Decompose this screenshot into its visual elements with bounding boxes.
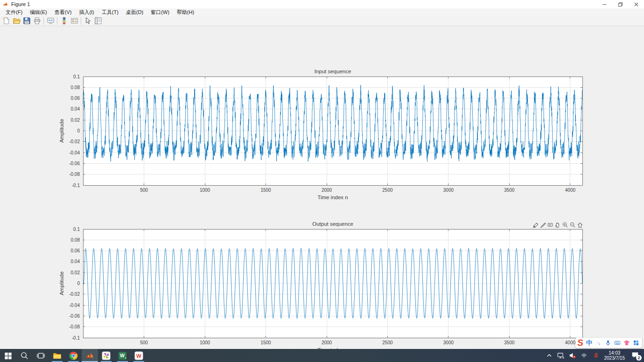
toolbar-button-insert-colorbar[interactable] — [59, 16, 69, 25]
matlab-icon — [85, 351, 94, 360]
link-plot-icon — [47, 17, 55, 25]
svg-text:-0.1: -0.1 — [72, 335, 80, 341]
wps-office-icon: W — [134, 351, 143, 360]
svg-text:0.1: 0.1 — [73, 74, 80, 79]
tray-icon-hidden-icons-chevron[interactable] — [545, 351, 553, 360]
svg-text:3000: 3000 — [443, 340, 454, 345]
taskbar-start-button[interactable] — [0, 349, 16, 362]
input-sequence-plot[interactable]: 5001000150020002500300035004000-0.1-0.08… — [56, 67, 597, 212]
svg-text:-0.02: -0.02 — [69, 292, 80, 297]
plot-title: Input sequence — [315, 69, 351, 74]
svg-text:0.02: 0.02 — [71, 118, 80, 123]
taskbar-app-file-explorer[interactable] — [49, 349, 65, 362]
axes-toolbar-restore-view[interactable] — [576, 221, 583, 229]
toolbar-button-new-document[interactable] — [1, 16, 11, 25]
ime-tool-punctuation[interactable]: ·, — [595, 340, 602, 347]
menu-item-d[interactable]: 桌面(D) — [122, 8, 147, 16]
axes-toolbar — [532, 221, 583, 229]
axes-toolbar-data-tips[interactable] — [546, 221, 553, 229]
axes-toolbar-export[interactable] — [532, 221, 539, 229]
svg-text:3000: 3000 — [443, 188, 454, 193]
axes-toolbar-zoom-out[interactable] — [569, 221, 576, 229]
svg-text:W: W — [120, 353, 125, 358]
figure-canvas: 5001000150020002500300035004000-0.1-0.08… — [0, 26, 644, 349]
svg-text:1500: 1500 — [260, 340, 271, 345]
taskbar-app-matlab[interactable] — [82, 349, 98, 362]
ime-tool-toolbox[interactable] — [632, 340, 639, 347]
menu-item-e[interactable]: 编辑(E) — [26, 8, 51, 16]
toolbar-separator — [57, 17, 57, 25]
toolbar-button-open-file[interactable] — [11, 16, 21, 25]
svg-text:500: 500 — [140, 188, 148, 193]
svg-text:0.06: 0.06 — [71, 96, 80, 101]
ime-tool-skin[interactable] — [623, 340, 630, 347]
ime-language-button[interactable]: 中 — [586, 339, 592, 347]
taskbar-task-view-button[interactable] — [33, 349, 49, 362]
input-chart[interactable]: 5001000150020002500300035004000-0.1-0.08… — [56, 67, 597, 212]
axes-toolbar-pan[interactable] — [554, 221, 561, 229]
clock-time: 14:03 — [604, 350, 625, 355]
minimize-button[interactable] — [596, 0, 612, 8]
window-titlebar: Figure 1 — [0, 0, 644, 8]
tray-icon-display-network[interactable] — [557, 351, 565, 360]
taskbar-apps: WsW — [0, 349, 147, 362]
hidden-icons-chevron-icon — [546, 352, 553, 359]
notification-center-button[interactable]: 2 — [629, 350, 641, 361]
insert-colorbar-icon — [60, 17, 68, 25]
toolbar-separator — [43, 17, 44, 25]
y-axis-label: Amplitude — [59, 272, 64, 295]
axes-toolbar-brush-data[interactable] — [539, 221, 546, 229]
taskbar-app-pinwheel-app[interactable] — [98, 349, 114, 362]
taskbar-app-wps-office[interactable]: W — [131, 349, 147, 362]
toolbar-button-edit-plot[interactable] — [83, 16, 93, 25]
toolbar-button-link-plot[interactable] — [45, 16, 56, 25]
svg-text:3500: 3500 — [504, 340, 515, 345]
svg-text:0: 0 — [77, 128, 80, 133]
svg-text:4000: 4000 — [565, 340, 576, 345]
plot-title: Output sequence — [312, 221, 353, 227]
svg-text:0.02: 0.02 — [71, 270, 80, 275]
skin-icon — [623, 340, 630, 346]
menu-bar: 文件(F)编辑(E)查看(V)插入(I)工具(T)桌面(D)窗口(W)帮助(H) — [0, 8, 644, 16]
taskbar-app-green-w-app[interactable]: Ws — [114, 349, 131, 362]
toolbar-button-save-figure[interactable] — [21, 16, 32, 25]
file-explorer-icon — [53, 351, 62, 360]
chrome-icon — [69, 351, 78, 360]
menu-item-h[interactable]: 帮助(H) — [173, 8, 198, 16]
restore-button[interactable] — [612, 0, 628, 8]
tray-icon-volume-muted[interactable] — [568, 351, 577, 360]
svg-text:-0.1: -0.1 — [72, 183, 80, 188]
menu-item-t[interactable]: 工具(T) — [98, 8, 122, 16]
menu-item-i[interactable]: 插入(I) — [75, 8, 98, 16]
ime-tool-keyboard[interactable] — [614, 340, 621, 347]
green-w-app-icon: Ws — [118, 351, 127, 360]
data-tips-icon — [547, 222, 553, 228]
close-button[interactable] — [628, 0, 644, 8]
menu-item-w[interactable]: 窗口(W) — [147, 8, 173, 16]
output-chart[interactable]: 5001000150020002500300035004000-0.1-0.08… — [56, 220, 597, 362]
toolbar-button-print-figure[interactable] — [32, 16, 42, 25]
svg-text:-0.08: -0.08 — [69, 172, 80, 177]
svg-text:3500: 3500 — [504, 188, 515, 193]
tray-icon-ime-language[interactable]: 中 — [580, 351, 588, 360]
toolbar-button-property-inspector[interactable] — [93, 16, 103, 25]
window-title: Figure 1 — [11, 1, 30, 7]
taskbar-clock[interactable]: 14:03 2023/7/15 — [603, 350, 626, 361]
ime-toolbar: S 中 ·, — [575, 338, 642, 348]
print-figure-icon — [33, 17, 41, 25]
svg-text:-0.06: -0.06 — [69, 313, 80, 319]
menu-item-v[interactable]: 查看(V) — [51, 8, 76, 16]
svg-text:-0.02: -0.02 — [69, 139, 80, 144]
toolbar-button-insert-legend[interactable] — [69, 16, 79, 25]
ime-tool-microphone[interactable] — [604, 340, 611, 347]
svg-text:2000: 2000 — [322, 188, 332, 193]
svg-text:0: 0 — [77, 281, 80, 286]
sogou-logo-button[interactable]: S — [577, 338, 584, 348]
menu-item-f[interactable]: 文件(F) — [2, 8, 26, 16]
tray-icon-sogou[interactable]: S — [592, 351, 600, 360]
taskbar-app-chrome[interactable] — [65, 349, 82, 362]
svg-text:2500: 2500 — [382, 340, 393, 345]
taskbar-search-button[interactable] — [16, 349, 33, 362]
axes-toolbar-zoom-in[interactable] — [561, 221, 568, 229]
output-sequence-plot[interactable]: 5001000150020002500300035004000-0.1-0.08… — [56, 220, 597, 362]
